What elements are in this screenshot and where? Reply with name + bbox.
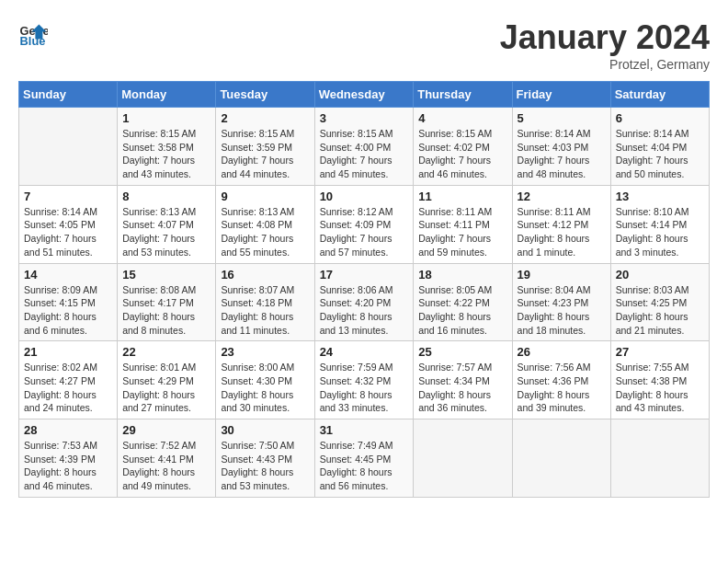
title-block: January 2024 Protzel, Germany — [500, 18, 710, 72]
day-info: Sunrise: 8:03 AM Sunset: 4:25 PM Dayligh… — [616, 283, 704, 338]
day-number: 19 — [518, 268, 606, 282]
day-cell: 28Sunrise: 7:53 AM Sunset: 4:39 PM Dayli… — [19, 419, 118, 498]
day-number: 30 — [221, 423, 309, 437]
day-cell: 17Sunrise: 8:06 AM Sunset: 4:20 PM Dayli… — [314, 263, 414, 341]
day-info: Sunrise: 8:01 AM Sunset: 4:29 PM Dayligh… — [122, 361, 210, 415]
day-number: 23 — [221, 345, 309, 359]
logo-icon: General Blue — [18, 18, 48, 48]
day-cell — [610, 419, 709, 498]
day-number: 22 — [122, 345, 210, 359]
column-header-saturday: Saturday — [610, 82, 709, 108]
day-number: 11 — [418, 190, 506, 203]
day-info: Sunrise: 8:00 AM Sunset: 4:30 PM Dayligh… — [221, 361, 309, 415]
header-row: SundayMondayTuesdayWednesdayThursdayFrid… — [19, 82, 710, 108]
column-header-tuesday: Tuesday — [216, 82, 314, 108]
day-cell: 27Sunrise: 7:55 AM Sunset: 4:38 PM Dayli… — [610, 341, 709, 419]
day-info: Sunrise: 8:09 AM Sunset: 4:15 PM Dayligh… — [24, 283, 112, 338]
day-cell: 15Sunrise: 8:08 AM Sunset: 4:17 PM Dayli… — [118, 263, 216, 341]
week-row-1: 1Sunrise: 8:15 AM Sunset: 3:58 PM Daylig… — [19, 108, 710, 186]
day-number: 13 — [616, 190, 704, 203]
day-cell — [512, 419, 610, 498]
location-subtitle: Protzel, Germany — [500, 57, 710, 72]
day-cell: 10Sunrise: 8:12 AM Sunset: 4:09 PM Dayli… — [314, 185, 414, 263]
day-info: Sunrise: 8:15 AM Sunset: 3:58 PM Dayligh… — [122, 127, 210, 181]
column-header-wednesday: Wednesday — [314, 82, 414, 108]
day-cell: 13Sunrise: 8:10 AM Sunset: 4:14 PM Dayli… — [610, 185, 709, 263]
week-row-2: 7Sunrise: 8:14 AM Sunset: 4:05 PM Daylig… — [19, 185, 710, 263]
day-info: Sunrise: 8:15 AM Sunset: 3:59 PM Dayligh… — [221, 127, 309, 181]
day-cell: 29Sunrise: 7:52 AM Sunset: 4:41 PM Dayli… — [118, 419, 216, 498]
day-cell: 5Sunrise: 8:14 AM Sunset: 4:03 PM Daylig… — [512, 108, 610, 186]
day-number: 27 — [616, 345, 704, 359]
day-number: 8 — [122, 190, 210, 203]
day-cell: 9Sunrise: 8:13 AM Sunset: 4:08 PM Daylig… — [216, 185, 314, 263]
column-header-friday: Friday — [512, 82, 610, 108]
day-cell: 6Sunrise: 8:14 AM Sunset: 4:04 PM Daylig… — [610, 108, 709, 186]
day-cell: 23Sunrise: 8:00 AM Sunset: 4:30 PM Dayli… — [216, 341, 314, 419]
day-number: 14 — [24, 268, 112, 282]
day-cell: 12Sunrise: 8:11 AM Sunset: 4:12 PM Dayli… — [512, 185, 610, 263]
day-number: 5 — [518, 111, 606, 125]
day-cell: 31Sunrise: 7:49 AM Sunset: 4:45 PM Dayli… — [314, 419, 414, 498]
day-info: Sunrise: 8:15 AM Sunset: 4:02 PM Dayligh… — [418, 127, 506, 181]
day-info: Sunrise: 8:08 AM Sunset: 4:17 PM Dayligh… — [122, 283, 210, 338]
column-header-thursday: Thursday — [414, 82, 512, 108]
day-info: Sunrise: 8:12 AM Sunset: 4:09 PM Dayligh… — [320, 205, 409, 259]
day-info: Sunrise: 8:13 AM Sunset: 4:08 PM Dayligh… — [221, 205, 309, 259]
column-header-monday: Monday — [118, 82, 216, 108]
day-number: 15 — [122, 268, 210, 282]
day-number: 9 — [221, 190, 309, 203]
day-number: 2 — [221, 111, 309, 125]
day-number: 24 — [320, 345, 409, 359]
day-info: Sunrise: 8:15 AM Sunset: 4:00 PM Dayligh… — [320, 127, 409, 181]
column-header-sunday: Sunday — [19, 82, 118, 108]
day-number: 1 — [122, 111, 210, 125]
day-info: Sunrise: 7:55 AM Sunset: 4:38 PM Dayligh… — [616, 361, 704, 415]
day-info: Sunrise: 8:13 AM Sunset: 4:07 PM Dayligh… — [122, 205, 210, 259]
day-cell — [19, 108, 118, 186]
day-info: Sunrise: 8:02 AM Sunset: 4:27 PM Dayligh… — [24, 361, 112, 415]
day-number: 25 — [418, 345, 506, 359]
day-info: Sunrise: 8:10 AM Sunset: 4:14 PM Dayligh… — [616, 205, 704, 259]
day-info: Sunrise: 8:14 AM Sunset: 4:03 PM Dayligh… — [518, 127, 606, 181]
day-info: Sunrise: 8:14 AM Sunset: 4:04 PM Dayligh… — [616, 127, 704, 181]
day-info: Sunrise: 7:49 AM Sunset: 4:45 PM Dayligh… — [320, 439, 409, 493]
day-cell: 26Sunrise: 7:56 AM Sunset: 4:36 PM Dayli… — [512, 341, 610, 419]
day-cell: 25Sunrise: 7:57 AM Sunset: 4:34 PM Dayli… — [414, 341, 512, 419]
day-number: 26 — [518, 345, 606, 359]
day-info: Sunrise: 7:52 AM Sunset: 4:41 PM Dayligh… — [122, 439, 210, 493]
day-number: 10 — [320, 190, 409, 203]
day-cell: 1Sunrise: 8:15 AM Sunset: 3:58 PM Daylig… — [118, 108, 216, 186]
day-cell: 24Sunrise: 7:59 AM Sunset: 4:32 PM Dayli… — [314, 341, 414, 419]
day-cell: 21Sunrise: 8:02 AM Sunset: 4:27 PM Dayli… — [19, 341, 118, 419]
calendar-table: SundayMondayTuesdayWednesdayThursdayFrid… — [18, 81, 710, 498]
day-cell: 7Sunrise: 8:14 AM Sunset: 4:05 PM Daylig… — [19, 185, 118, 263]
day-number: 6 — [616, 111, 704, 125]
day-info: Sunrise: 8:06 AM Sunset: 4:20 PM Dayligh… — [320, 283, 409, 338]
day-info: Sunrise: 8:04 AM Sunset: 4:23 PM Dayligh… — [518, 283, 606, 338]
day-number: 20 — [616, 268, 704, 282]
day-cell: 16Sunrise: 8:07 AM Sunset: 4:18 PM Dayli… — [216, 263, 314, 341]
day-cell: 2Sunrise: 8:15 AM Sunset: 3:59 PM Daylig… — [216, 108, 314, 186]
day-number: 18 — [418, 268, 506, 282]
day-cell: 22Sunrise: 8:01 AM Sunset: 4:29 PM Dayli… — [118, 341, 216, 419]
day-info: Sunrise: 7:50 AM Sunset: 4:43 PM Dayligh… — [221, 439, 309, 493]
day-info: Sunrise: 7:53 AM Sunset: 4:39 PM Dayligh… — [24, 439, 112, 493]
week-row-3: 14Sunrise: 8:09 AM Sunset: 4:15 PM Dayli… — [19, 263, 710, 341]
day-cell: 3Sunrise: 8:15 AM Sunset: 4:00 PM Daylig… — [314, 108, 414, 186]
day-number: 12 — [518, 190, 606, 203]
page-header: General Blue January 2024 Protzel, Germa… — [18, 18, 710, 72]
day-cell: 30Sunrise: 7:50 AM Sunset: 4:43 PM Dayli… — [216, 419, 314, 498]
day-info: Sunrise: 8:11 AM Sunset: 4:12 PM Dayligh… — [518, 205, 606, 259]
day-cell: 19Sunrise: 8:04 AM Sunset: 4:23 PM Dayli… — [512, 263, 610, 341]
day-cell: 4Sunrise: 8:15 AM Sunset: 4:02 PM Daylig… — [414, 108, 512, 186]
day-number: 3 — [320, 111, 409, 125]
day-info: Sunrise: 8:11 AM Sunset: 4:11 PM Dayligh… — [418, 205, 506, 259]
day-cell: 8Sunrise: 8:13 AM Sunset: 4:07 PM Daylig… — [118, 185, 216, 263]
day-number: 29 — [122, 423, 210, 437]
day-number: 7 — [24, 190, 112, 203]
day-cell — [414, 419, 512, 498]
day-info: Sunrise: 7:59 AM Sunset: 4:32 PM Dayligh… — [320, 361, 409, 415]
day-info: Sunrise: 8:05 AM Sunset: 4:22 PM Dayligh… — [418, 283, 506, 338]
week-row-4: 21Sunrise: 8:02 AM Sunset: 4:27 PM Dayli… — [19, 341, 710, 419]
